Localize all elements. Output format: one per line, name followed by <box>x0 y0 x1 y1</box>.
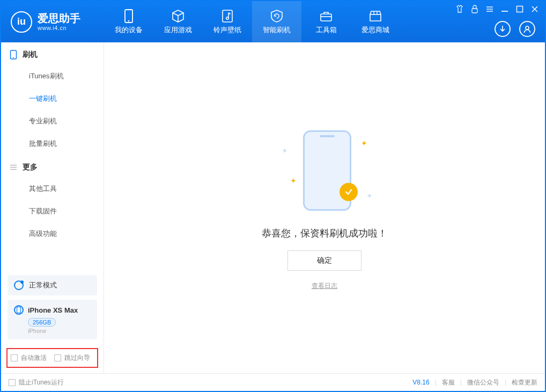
brand-logo-icon: iu <box>11 11 32 33</box>
svg-rect-6 <box>517 6 523 12</box>
sidebar-item-batch-flash[interactable]: 批量刷机 <box>1 132 104 155</box>
svg-rect-5 <box>472 9 477 13</box>
ok-button[interactable]: 确定 <box>287 250 361 271</box>
user-button[interactable] <box>519 21 535 37</box>
status-link-support[interactable]: 客服 <box>442 378 455 387</box>
shirt-icon[interactable] <box>455 4 464 14</box>
nav-tab-store[interactable]: 爱思商城 <box>351 1 400 42</box>
checkbox-skip-guide[interactable]: 跳过向导 <box>54 353 90 363</box>
phone-circle-icon <box>14 305 24 315</box>
nav-label: 铃声壁纸 <box>213 25 241 35</box>
checkbox-block-itunes[interactable]: 阻止iTunes运行 <box>9 378 64 387</box>
view-log-link[interactable]: 查看日志 <box>312 282 337 291</box>
sidebar-item-pro-flash[interactable]: 专业刷机 <box>1 110 104 132</box>
sparkle-icon: ✦ <box>361 139 367 147</box>
music-file-icon <box>220 9 234 23</box>
close-button[interactable] <box>530 4 540 14</box>
window-controls <box>455 4 540 14</box>
svg-rect-2 <box>223 10 232 22</box>
success-illustration: ✦ ✦ ✦ ✦ <box>265 125 383 216</box>
main-content: ✦ ✦ ✦ ✦ 恭喜您，保资料刷机成功啦！ 确定 查看日志 <box>104 42 545 373</box>
list-icon <box>10 164 17 171</box>
sidebar: 刷机 iTunes刷机 一键刷机 专业刷机 批量刷机 更多 其他工具 下载固件 … <box>1 42 104 373</box>
checkbox-label: 阻止iTunes运行 <box>19 378 64 387</box>
svg-point-9 <box>13 57 14 58</box>
highlighted-options: 自动激活 跳过向导 <box>6 348 98 368</box>
device-box[interactable]: iPhone XS Max 256GB iPhone <box>8 300 97 339</box>
sidebar-item-itunes-flash[interactable]: iTunes刷机 <box>1 65 104 87</box>
mode-icon <box>14 280 24 290</box>
svg-point-3 <box>226 17 228 19</box>
nav-tab-my-device[interactable]: 我的设备 <box>104 1 153 42</box>
minimize-button[interactable] <box>500 4 510 14</box>
section-title: 更多 <box>23 162 38 172</box>
check-badge-icon <box>340 183 358 201</box>
nav-tab-apps[interactable]: 应用游戏 <box>153 1 203 42</box>
nav-tab-flash[interactable]: 智能刷机 <box>252 1 301 42</box>
brand-subtitle: www.i4.cn <box>38 25 80 32</box>
title-bar: iu 爱思助手 www.i4.cn 我的设备 应用游戏 铃声壁纸 智能刷机 工具… <box>1 1 545 42</box>
checkbox-label: 自动激活 <box>21 353 47 363</box>
status-link-wechat[interactable]: 微信公众号 <box>467 378 499 387</box>
svg-rect-10 <box>17 307 21 313</box>
device-name: iPhone XS Max <box>28 306 78 314</box>
device-capacity: 256GB <box>28 318 56 327</box>
checkbox-icon <box>54 354 61 361</box>
checkbox-icon <box>11 354 18 361</box>
phone-icon <box>10 50 17 60</box>
sparkle-icon: ✦ <box>366 191 373 200</box>
cube-icon <box>171 9 185 23</box>
nav-label: 应用游戏 <box>164 25 192 35</box>
device-type: iPhone <box>28 328 91 334</box>
status-link-update[interactable]: 检查更新 <box>512 378 537 387</box>
download-button[interactable] <box>495 21 511 37</box>
nav-tab-ringtones[interactable]: 铃声壁纸 <box>203 1 252 42</box>
sidebar-section-flash: 刷机 <box>1 42 104 65</box>
svg-rect-4 <box>321 14 331 21</box>
sparkle-icon: ✦ <box>290 176 297 185</box>
maximize-button[interactable] <box>515 4 525 14</box>
sparkle-icon: ✦ <box>282 146 288 155</box>
svg-point-7 <box>526 26 529 29</box>
menu-icon[interactable] <box>485 4 495 14</box>
brand: iu 爱思助手 www.i4.cn <box>1 1 104 42</box>
checkbox-auto-activate[interactable]: 自动激活 <box>11 353 47 363</box>
brand-title: 爱思助手 <box>38 12 80 25</box>
sidebar-item-one-click-flash[interactable]: 一键刷机 <box>1 87 104 110</box>
svg-point-1 <box>128 20 130 21</box>
nav-tabs: 我的设备 应用游戏 铃声壁纸 智能刷机 工具箱 爱思商城 <box>104 1 400 42</box>
nav-tab-toolbox[interactable]: 工具箱 <box>301 1 351 42</box>
device-mode-box[interactable]: 正常模式 <box>8 275 97 295</box>
sidebar-section-more: 更多 <box>1 155 104 177</box>
sidebar-item-other-tools[interactable]: 其他工具 <box>1 177 104 200</box>
checkbox-icon <box>9 379 16 386</box>
checkbox-label: 跳过向导 <box>64 353 90 363</box>
mode-label: 正常模式 <box>29 280 57 290</box>
nav-label: 我的设备 <box>115 25 143 35</box>
lock-icon[interactable] <box>470 4 479 14</box>
section-title: 刷机 <box>23 50 38 60</box>
version-label: V8.16 <box>412 379 429 386</box>
nav-label: 爱思商城 <box>361 25 389 35</box>
store-icon <box>368 9 382 23</box>
header-actions <box>495 21 535 37</box>
status-bar: 阻止iTunes运行 V8.16 | 客服 | 微信公众号 | 检查更新 <box>1 373 545 391</box>
shield-refresh-icon <box>270 9 284 23</box>
brand-text: 爱思助手 www.i4.cn <box>38 12 80 32</box>
success-message: 恭喜您，保资料刷机成功啦！ <box>262 227 387 240</box>
nav-label: 工具箱 <box>316 25 337 35</box>
toolbox-icon <box>319 9 333 23</box>
nav-label: 智能刷机 <box>263 25 291 35</box>
device-icon <box>122 9 136 23</box>
sidebar-item-advanced[interactable]: 高级功能 <box>1 223 104 245</box>
sidebar-item-download-firmware[interactable]: 下载固件 <box>1 200 104 223</box>
